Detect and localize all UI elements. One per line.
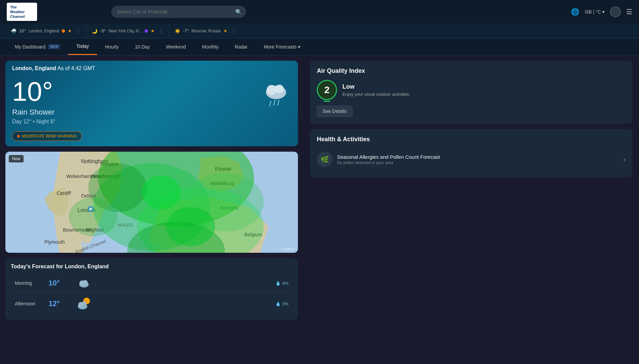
forecast-period-afternoon: Afternoon — [15, 301, 49, 306]
forecast-row-morning: Morning 10° 💧 4% — [11, 274, 293, 293]
health-card: Health & Activities 🌿 Seasonal Allergies… — [310, 129, 632, 177]
logo[interactable]: The Weather Channel — [7, 3, 37, 21]
nav-item-hourly[interactable]: Hourly — [97, 38, 127, 55]
health-item-allergy-info: Seasonal Allergies and Pollen Count Fore… — [337, 154, 619, 165]
svg-point-34 — [69, 198, 118, 237]
aqi-info: Low Enjoy your usual outdoor activities. — [342, 83, 626, 97]
svg-point-37 — [166, 207, 215, 246]
health-item-allergy-title: Seasonal Allergies and Pollen Count Fore… — [337, 154, 619, 160]
more-options-icon-moscow[interactable]: ⋮ — [232, 28, 236, 34]
globe-icon[interactable]: 🌐 — [571, 8, 579, 16]
weather-as-of: As of 4:42 GMT — [57, 65, 95, 71]
more-options-icon-london[interactable]: ⋮ — [76, 28, 81, 34]
map-credit: © mapbox — [279, 247, 295, 251]
weather-description: Rain Shower — [12, 108, 56, 117]
nav: My Dashboard NEW Today Hourly 10 Day Wee… — [0, 38, 639, 55]
radar-map[interactable]: Nottingham Wolverhampton Peterborough No… — [5, 152, 298, 253]
health-title: Health & Activities — [317, 136, 626, 143]
search-icon[interactable]: 🔍 — [235, 9, 242, 15]
favorite-item-london[interactable]: 🌧️ 10° London, England ★ ⋮ — [5, 24, 86, 38]
forecast-temp-afternoon: 12° — [49, 299, 75, 308]
nav-item-weekend[interactable]: Weekend — [158, 38, 194, 55]
aqi-body: 2 Low Enjoy your usual outdoor activitie… — [317, 80, 626, 100]
aqi-title: Air Quality Index — [317, 67, 626, 74]
aqi-card: Air Quality Index 2 Low Enjoy your usual… — [310, 61, 632, 124]
svg-point-44 — [82, 301, 86, 306]
nav-item-radar[interactable]: Radar — [227, 38, 256, 55]
health-item-allergy-sub: No pollen detected in your area — [337, 160, 619, 165]
map-time-label: Now — [9, 155, 24, 162]
favorites-bar: 🌧️ 10° London, England ★ ⋮ 🌙 -5° New Yor… — [0, 24, 639, 38]
svg-text:Plymouth: Plymouth — [44, 239, 65, 245]
more-options-icon-newyork[interactable]: ⋮ — [159, 28, 163, 34]
nav-item-10day[interactable]: 10 Day — [127, 38, 158, 55]
status-dot-london — [62, 29, 65, 33]
main-content: London, England As of 4:42 GMT 10° Rain … — [0, 55, 639, 325]
left-panel: London, England As of 4:42 GMT 10° Rain … — [0, 55, 303, 325]
search-bar: 🔍 — [111, 6, 246, 18]
nav-item-today[interactable]: Today — [68, 38, 97, 55]
nav-item-more-forecasts[interactable]: More Forecasts ▾ — [256, 38, 308, 55]
svg-point-2 — [275, 85, 284, 93]
nav-item-monthly[interactable]: Monthly — [194, 38, 226, 55]
logo-text: The Weather Channel — [10, 5, 25, 19]
weather-icon-area — [261, 78, 291, 109]
warning-badge: MODERATE WIND WARNING — [12, 131, 82, 141]
sun-cloud-icon-afternoon — [75, 298, 92, 310]
forecast-precip-morning: 💧 4% — [275, 281, 288, 286]
star-icon-london[interactable]: ★ — [68, 28, 72, 33]
svg-point-36 — [142, 175, 181, 209]
nav-badge-new: NEW — [48, 44, 60, 49]
nav-item-dashboard[interactable]: My Dashboard NEW — [7, 38, 68, 55]
right-panel: Air Quality Index 2 Low Enjoy your usual… — [303, 55, 639, 325]
svg-line-3 — [270, 101, 271, 106]
aqi-circle: 2 — [317, 80, 337, 100]
health-item-allergies[interactable]: 🌿 Seasonal Allergies and Pollen Count Fo… — [317, 148, 626, 171]
warning-dot — [17, 135, 20, 138]
forecast-row-afternoon: Afternoon 12° 💧 3% — [11, 293, 293, 314]
chevron-down-icon-more: ▾ — [298, 44, 300, 50]
star-icon-newyork[interactable]: ★ — [151, 28, 155, 33]
forecast-title: Today's Forecast for London, England — [11, 264, 293, 270]
forecast-precip-afternoon: 💧 3% — [275, 301, 288, 306]
see-details-button[interactable]: See Details — [317, 105, 353, 117]
current-temperature: 10° — [12, 78, 56, 105]
map-svg: Nottingham Wolverhampton Peterborough No… — [5, 152, 298, 253]
star-icon-moscow[interactable]: ★ — [223, 28, 227, 33]
weather-range: Day 12° • Night 6° — [12, 119, 56, 125]
location-name: London, England — [12, 65, 56, 71]
aqi-description: Enjoy your usual outdoor activities. — [342, 92, 626, 97]
favorite-item-moscow[interactable]: ☀️ -7° Moscow, Russia ★ ⋮ — [169, 24, 241, 38]
forecast-section: Today's Forecast for London, England Mor… — [5, 258, 298, 320]
chevron-down-icon: ▾ — [602, 9, 605, 14]
header-right: 🌐 GB | °C ▾ ☰ — [571, 6, 632, 17]
search-input[interactable] — [111, 6, 246, 18]
rain-cloud-icon — [261, 82, 291, 109]
svg-line-4 — [274, 100, 275, 105]
svg-text:Cardiff: Cardiff — [57, 190, 71, 196]
weather-location-title: London, England As of 4:42 GMT — [12, 65, 95, 71]
weather-info: 10° Rain Shower Day 12° • Night 6° — [12, 78, 56, 125]
svg-point-40 — [83, 280, 88, 285]
user-avatar[interactable] — [610, 6, 621, 17]
health-icon-pollen: 🌿 — [317, 152, 332, 167]
weather-card-header: London, England As of 4:42 GMT — [5, 61, 298, 75]
cloud-icon-morning — [75, 278, 92, 288]
aqi-status: Low — [342, 83, 626, 90]
svg-line-5 — [278, 100, 279, 105]
weather-body: 10° Rain Shower Day 12° • Night 6° — [5, 75, 298, 131]
chevron-right-icon-allergies: › — [623, 156, 626, 163]
forecast-period-morning: Morning — [15, 280, 49, 286]
status-dot-newyork — [145, 29, 148, 33]
menu-icon[interactable]: ☰ — [626, 8, 632, 16]
weather-card: London, England As of 4:42 GMT 10° Rain … — [5, 61, 298, 146]
header: The Weather Channel 🔍 🌐 GB | °C ▾ ☰ — [0, 0, 639, 24]
forecast-temp-morning: 10° — [49, 279, 75, 287]
favorite-item-newyork[interactable]: 🌙 -5° New York City, N... ★ ⋮ — [86, 24, 169, 38]
locale-selector[interactable]: GB | °C ▾ — [585, 9, 605, 14]
